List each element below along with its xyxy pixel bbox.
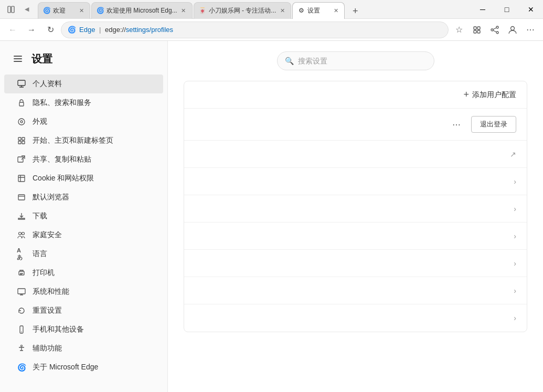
more-button[interactable]: ⋯: [522, 22, 539, 38]
tab-edge-welcome-icon: 🌀: [96, 6, 104, 15]
svg-line-10: [493, 30, 496, 32]
sidebar-item-default-browser[interactable]: 默认浏览器: [4, 188, 163, 207]
tab-settings[interactable]: ⚙ 设置 ✕: [292, 2, 345, 19]
search-bar[interactable]: 🔍: [277, 51, 434, 70]
forward-button[interactable]: →: [23, 22, 40, 38]
svg-rect-13: [19, 102, 24, 106]
sidebar-item-family[interactable]: 家庭安全: [4, 226, 163, 245]
svg-rect-3: [477, 27, 480, 29]
sidebar-item-system-label: 系统和性能: [33, 287, 69, 296]
sidebar-item-about[interactable]: 🌀 关于 Microsoft Edge: [4, 358, 163, 377]
sidebar-item-appearance-label: 外观: [33, 117, 47, 126]
default-browser-icon: [17, 193, 26, 202]
sidebar-item-reset[interactable]: 重置设置: [4, 301, 163, 320]
sidebar-item-share[interactable]: 共享、复制和粘贴: [4, 150, 163, 169]
svg-rect-4: [474, 30, 476, 33]
address-brand: Edge: [79, 26, 95, 34]
printers-icon: [17, 268, 26, 278]
sidebar-item-profiles[interactable]: 个人资料: [4, 75, 163, 93]
new-tab-button[interactable]: +: [348, 4, 363, 19]
svg-line-9: [493, 28, 496, 29]
svg-rect-21: [18, 175, 25, 182]
settings-content: 🔍 + 添加用户配置 ⋯ 退出登录: [168, 41, 543, 392]
tab-xiaodao-icon: 🀄: [198, 6, 207, 15]
profile-row: ⋯ 退出登录: [184, 109, 527, 141]
tab-xiaodao[interactable]: 🀄 小刀娱乐网 - 专注活动... ✕: [194, 2, 292, 19]
back-button[interactable]: ←: [4, 22, 21, 38]
settings-row-3[interactable]: ›: [184, 195, 527, 223]
sidebar-item-start-label: 开始、主页和新建标签页: [33, 136, 113, 145]
svg-point-14: [18, 119, 25, 125]
tab-edge-welcome-close[interactable]: ✕: [179, 6, 188, 15]
tab-welcome-close[interactable]: ✕: [77, 6, 86, 15]
svg-point-23: [19, 232, 22, 235]
svg-point-29: [21, 345, 23, 347]
back-tab-button[interactable]: ◀: [20, 3, 34, 16]
add-profile-row: + 添加用户配置: [184, 81, 527, 109]
svg-rect-18: [18, 141, 21, 144]
settings-row-5[interactable]: ›: [184, 250, 527, 277]
svg-point-28: [21, 332, 22, 333]
sidebar-item-cookies-label: Cookie 和网站权限: [33, 174, 94, 183]
hamburger-line-2: [14, 58, 22, 59]
sidebar-toggle-button[interactable]: [4, 3, 18, 16]
sidebar-item-privacy[interactable]: 隐私、搜索和服务: [4, 93, 163, 112]
settings-row-7[interactable]: ›: [184, 304, 527, 332]
sidebar-item-start[interactable]: 开始、主页和新建标签页: [4, 131, 163, 150]
about-icon: 🌀: [17, 363, 26, 372]
sidebar-item-accessibility[interactable]: 辅助功能: [4, 339, 163, 358]
add-profile-label: 添加用户配置: [472, 90, 516, 100]
downloads-icon: [17, 211, 26, 221]
search-icon: 🔍: [285, 57, 294, 65]
sidebar-item-about-label: 关于 Microsoft Edge: [33, 363, 98, 372]
main-content: 设置 个人资料 隐私、搜索和服务 外观 开始、主页和新建标签页: [0, 41, 543, 392]
settings-row-4[interactable]: ›: [184, 223, 527, 250]
profiles-icon: [17, 79, 26, 89]
svg-rect-0: [8, 6, 10, 13]
favorites-button[interactable]: ☆: [451, 22, 467, 38]
address-bar[interactable]: 🌀 Edge | edge://settings/profiles: [61, 22, 449, 38]
tab-xiaodao-close[interactable]: ✕: [278, 6, 286, 15]
restore-button[interactable]: □: [495, 0, 519, 19]
svg-point-7: [491, 29, 493, 31]
tab-edge-welcome-label: 欢迎使用 Microsoft Edg...: [107, 6, 177, 15]
sidebar-item-appearance[interactable]: 外观: [4, 112, 163, 131]
profile-more-button[interactable]: ⋯: [450, 118, 463, 131]
sidebar-item-cookies[interactable]: Cookie 和网站权限: [4, 169, 163, 188]
tab-settings-icon: ⚙: [297, 6, 305, 15]
mobile-icon: [17, 325, 26, 334]
search-input[interactable]: [298, 57, 427, 65]
add-profile-button[interactable]: + 添加用户配置: [463, 89, 516, 100]
svg-rect-17: [22, 137, 25, 140]
refresh-button[interactable]: ↻: [42, 22, 59, 38]
minimize-button[interactable]: ─: [471, 0, 495, 19]
system-icon: [17, 287, 26, 296]
external-link-row[interactable]: ↗: [184, 141, 527, 168]
close-button[interactable]: ✕: [519, 0, 543, 19]
sidebar-item-language[interactable]: Aあ 语言: [4, 245, 163, 263]
tab-settings-close[interactable]: ✕: [332, 6, 340, 15]
settings-row-6[interactable]: ›: [184, 277, 527, 304]
chevron-right-icon-3: ›: [514, 205, 516, 213]
logout-button[interactable]: 退出登录: [471, 116, 516, 133]
collections-button[interactable]: [469, 22, 485, 38]
sidebar-item-share-label: 共享、复制和粘贴: [33, 155, 91, 164]
sidebar-item-printers[interactable]: 打印机: [4, 263, 163, 282]
sidebar-item-profiles-label: 个人资料: [33, 79, 62, 89]
settings-row-2[interactable]: ›: [184, 168, 527, 195]
tab-edge-welcome[interactable]: 🌀 欢迎使用 Microsoft Edg... ✕: [91, 2, 193, 19]
sidebar-item-reset-label: 重置设置: [33, 306, 62, 315]
toolbar: ← → ↻ 🌀 Edge | edge://settings/profiles …: [0, 19, 543, 41]
tab-welcome[interactable]: 🌀 欢迎 ✕: [38, 2, 90, 19]
hamburger-line-3: [14, 61, 22, 62]
add-icon: +: [463, 89, 469, 100]
sidebar-item-downloads-label: 下载: [33, 211, 47, 221]
profile-button[interactable]: [504, 22, 521, 38]
share-button[interactable]: [486, 22, 503, 38]
address-path: settings/profiles: [126, 26, 173, 34]
sidebar-item-system[interactable]: 系统和性能: [4, 282, 163, 301]
sidebar-item-mobile[interactable]: 手机和其他设备: [4, 320, 163, 339]
hamburger-button[interactable]: [10, 51, 25, 66]
sidebar-item-mobile-label: 手机和其他设备: [33, 325, 84, 334]
sidebar-item-downloads[interactable]: 下载: [4, 207, 163, 226]
